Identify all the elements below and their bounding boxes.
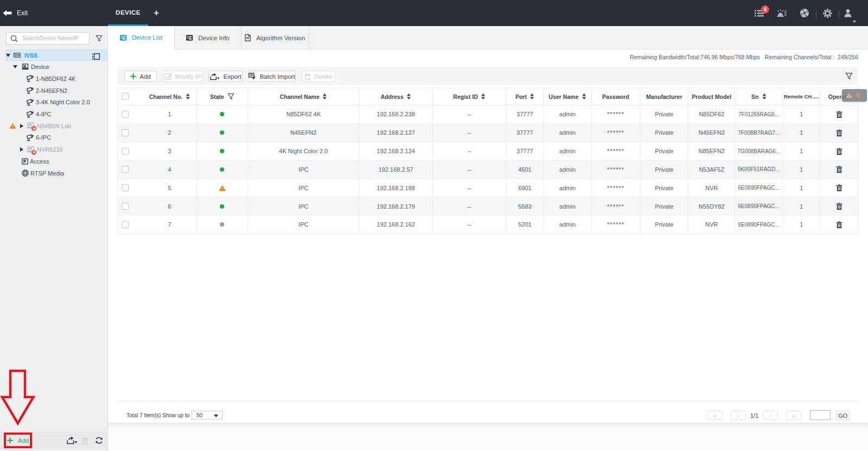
svg-text:P: P [24, 65, 26, 67]
